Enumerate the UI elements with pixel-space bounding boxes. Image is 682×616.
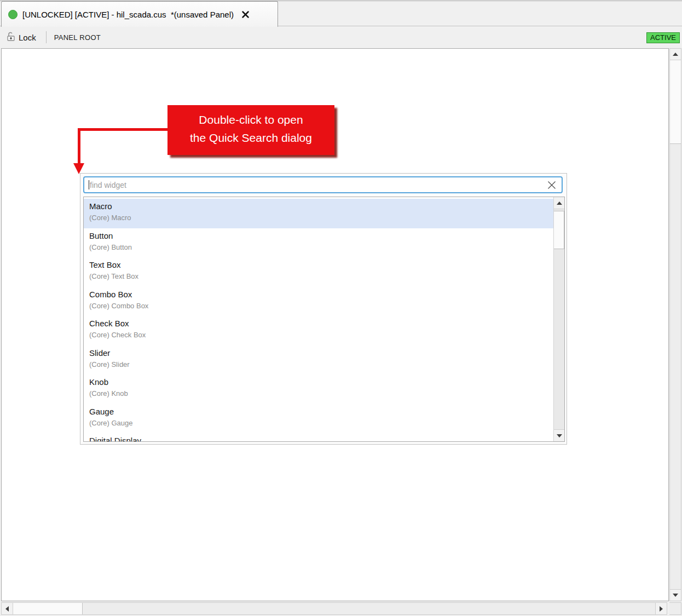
canvas-vertical-scrollbar[interactable] <box>669 48 681 601</box>
toolbar: Lock PANEL ROOT ACTIVE <box>0 27 682 48</box>
list-item-title: Macro <box>89 200 553 212</box>
list-item-subtitle: (Core) Slider <box>89 359 553 370</box>
scroll-down-button[interactable] <box>554 429 564 441</box>
list-item[interactable]: Check Box(Core) Check Box <box>84 316 553 346</box>
annotation-arrow-vertical <box>78 128 80 164</box>
list-item[interactable]: Knob(Core) Knob <box>84 375 553 404</box>
list-item-title: Check Box <box>89 318 553 329</box>
triangle-down-icon <box>557 434 562 437</box>
scroll-up-button[interactable] <box>554 197 564 209</box>
widget-list-rows: Macro(Core) MacroButton(Core) ButtonText… <box>84 197 553 441</box>
unlocked-status-dot-icon <box>8 10 18 19</box>
scada-panel-editor: [UNLOCKED] [ACTIVE] - hil_scada.cus *(un… <box>0 0 682 616</box>
tab-bar: [UNLOCKED] [ACTIVE] - hil_scada.cus *(un… <box>0 0 682 26</box>
list-item-title: Knob <box>89 376 553 388</box>
annotation-arrow-head-icon <box>73 163 84 174</box>
list-scrollbar[interactable] <box>553 197 564 441</box>
list-item-subtitle: (Core) Check Box <box>89 330 553 340</box>
list-item-title: Text Box <box>89 259 553 270</box>
scroll-left-button[interactable] <box>2 603 13 614</box>
triangle-down-icon <box>673 594 678 597</box>
horizontal-scrollbar-thumb[interactable] <box>13 603 83 614</box>
lock-button[interactable]: Lock <box>4 30 38 45</box>
panel-tab[interactable]: [UNLOCKED] [ACTIVE] - hil_scada.cus *(un… <box>1 1 278 27</box>
list-item-title: Slider <box>89 347 553 359</box>
tab-title: [UNLOCKED] [ACTIVE] - hil_scada.cus *(un… <box>22 10 234 19</box>
list-item[interactable]: Text Box(Core) Text Box <box>84 257 553 287</box>
triangle-left-icon <box>5 606 9 612</box>
list-item-subtitle: (Core) Macro <box>89 212 553 223</box>
list-item[interactable]: Digital Display <box>84 433 553 441</box>
canvas-horizontal-scrollbar[interactable] <box>1 602 667 615</box>
quick-search-list: Macro(Core) MacroButton(Core) ButtonText… <box>83 197 565 442</box>
list-item-subtitle: (Core) Text Box <box>89 271 553 281</box>
list-item[interactable]: Macro(Core) Macro <box>84 199 553 228</box>
list-item-title: Button <box>89 230 553 241</box>
list-item[interactable]: Combo Box(Core) Combo Box <box>84 287 553 316</box>
scroll-up-button[interactable] <box>670 49 681 60</box>
triangle-up-icon <box>673 53 678 56</box>
scroll-down-button[interactable] <box>670 589 681 601</box>
annotation-callout: Double-click to open the Quick Search di… <box>167 105 334 155</box>
list-item-subtitle: (Core) Button <box>89 242 553 252</box>
annotation-arrow-horizontal <box>78 128 169 131</box>
quick-search-dialog: Macro(Core) MacroButton(Core) ButtonText… <box>80 173 567 445</box>
list-item[interactable]: Slider(Core) Slider <box>84 346 553 375</box>
scrollbar-corner <box>669 602 681 615</box>
clear-search-icon[interactable] <box>545 179 558 192</box>
breadcrumb-panel-root[interactable]: PANEL ROOT <box>54 33 101 42</box>
list-item-title: Gauge <box>89 406 553 417</box>
vertical-scrollbar-thumb[interactable] <box>670 60 681 144</box>
callout-line2: the Quick Search dialog <box>167 129 334 147</box>
list-item-subtitle: (Core) Gauge <box>89 418 553 428</box>
lock-button-label: Lock <box>19 33 36 42</box>
list-item-subtitle: (Core) Knob <box>89 388 553 399</box>
unlocked-padlock-icon <box>6 31 16 44</box>
tab-close-icon[interactable] <box>240 9 250 19</box>
list-scrollbar-thumb[interactable] <box>554 211 564 249</box>
triangle-right-icon <box>660 606 663 612</box>
list-item-subtitle: (Core) Combo Box <box>89 301 553 311</box>
list-item-title: Combo Box <box>89 289 553 300</box>
search-input[interactable] <box>89 181 545 189</box>
panel-canvas[interactable]: Double-click to open the Quick Search di… <box>1 48 669 601</box>
list-item[interactable]: Gauge(Core) Gauge <box>84 404 553 434</box>
toolbar-separator <box>46 31 47 43</box>
triangle-up-icon <box>557 202 562 205</box>
callout-line1: Double-click to open <box>167 111 334 129</box>
list-item[interactable]: Button(Core) Button <box>84 228 553 258</box>
list-item-title: Digital Display <box>89 435 553 441</box>
scroll-right-button[interactable] <box>655 603 667 614</box>
active-status-badge: ACTIVE <box>646 32 680 43</box>
search-input-wrap <box>83 176 563 193</box>
